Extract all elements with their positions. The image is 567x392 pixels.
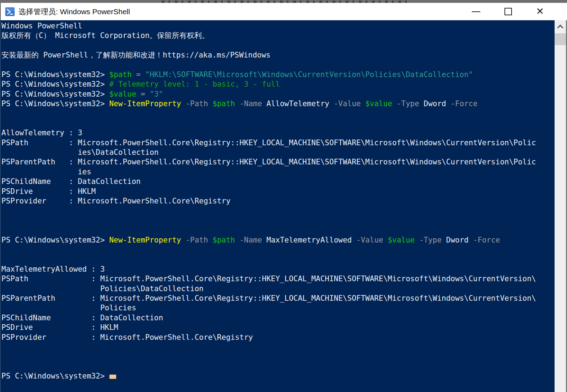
scrollbar-track[interactable]: [555, 20, 566, 392]
terminal-line: PSDrive : HKLM: [1, 187, 555, 196]
terminal-line: PSProvider : Microsoft.PowerShell.Core\R…: [1, 196, 555, 206]
terminal-line: [1, 109, 555, 119]
terminal-line: [1, 119, 555, 128]
titlebar[interactable]: 选择管理员: Windows PowerShell ✕: [0, 3, 567, 20]
window-controls: ✕: [465, 3, 567, 20]
terminal-line: PSPath : Microsoft.PowerShell.Core\Regis…: [1, 274, 555, 284]
terminal-line: ies: [1, 167, 555, 177]
close-icon: ✕: [536, 7, 544, 16]
terminal-line: PS C:\Windows\system32>: [1, 371, 555, 381]
terminal-line: AllowTelemetry : 3: [1, 128, 555, 138]
terminal-line: [1, 245, 555, 255]
terminal-viewport[interactable]: Windows PowerShell版权所有（C） Microsoft Corp…: [0, 20, 555, 392]
maximize-icon: [504, 8, 512, 15]
terminal-line: [1, 362, 555, 371]
terminal-line: [1, 352, 555, 361]
terminal-line: PSChildName : DataCollection: [1, 177, 555, 186]
window-title: 选择管理员: Windows PowerShell: [18, 7, 130, 17]
terminal-line: PS C:\Windows\system32> New-ItemProperty…: [1, 235, 555, 245]
maximize-button[interactable]: [497, 3, 519, 20]
scrollbar-up-button[interactable]: [555, 20, 566, 33]
chevron-up-icon: [557, 24, 563, 31]
terminal-line: PSPath : Microsoft.PowerShell.Core\Regis…: [1, 138, 555, 148]
terminal-line: PS C:\Windows\system32> $value = "3": [1, 89, 555, 99]
terminal-line: PS C:\Windows\system32> New-ItemProperty…: [1, 99, 555, 109]
terminal-line: [1, 255, 555, 264]
terminal-line: [1, 41, 555, 50]
powershell-window: 选择管理员: Windows PowerShell ✕ Windows Powe…: [0, 0, 567, 392]
terminal-line: ies\DataCollection: [1, 148, 555, 157]
terminal-line: PS C:\Windows\system32> # Telemetry leve…: [1, 80, 555, 89]
terminal-line: [1, 342, 555, 352]
terminal-line: MaxTelemetryAllowed : 3: [1, 265, 555, 274]
terminal-line: Policies\DataCollection: [1, 284, 555, 294]
terminal-line: PSChildName : DataCollection: [1, 313, 555, 323]
minimize-icon: [472, 11, 480, 12]
terminal-line: PSParentPath : Microsoft.PowerShell.Core…: [1, 294, 555, 303]
terminal-line: PSProvider : Microsoft.PowerShell.Core\R…: [1, 333, 555, 342]
background-window-edge: [0, 0, 567, 3]
close-button[interactable]: ✕: [529, 3, 551, 20]
powershell-icon: [5, 7, 15, 17]
terminal-line: [1, 206, 555, 216]
scrollbar-thumb[interactable]: [555, 33, 566, 45]
minimize-button[interactable]: [465, 3, 487, 20]
terminal-cursor: [109, 375, 116, 379]
terminal-line: Windows PowerShell: [1, 21, 555, 31]
terminal-line: Policies: [1, 303, 555, 313]
terminal-line: PSParentPath : Microsoft.PowerShell.Core…: [1, 157, 555, 167]
terminal-line: [1, 225, 555, 235]
terminal-line: [1, 60, 555, 70]
terminal-line: 安装最新的 PowerShell，了解新功能和改进！https://aka.ms…: [1, 50, 555, 60]
terminal-line: PS C:\Windows\system32> $path = "HKLM:\S…: [1, 70, 555, 80]
terminal-line: PSDrive : HKLM: [1, 323, 555, 332]
terminal-line: [1, 216, 555, 225]
terminal-line: 版权所有（C） Microsoft Corporation。保留所有权利。: [1, 31, 555, 40]
